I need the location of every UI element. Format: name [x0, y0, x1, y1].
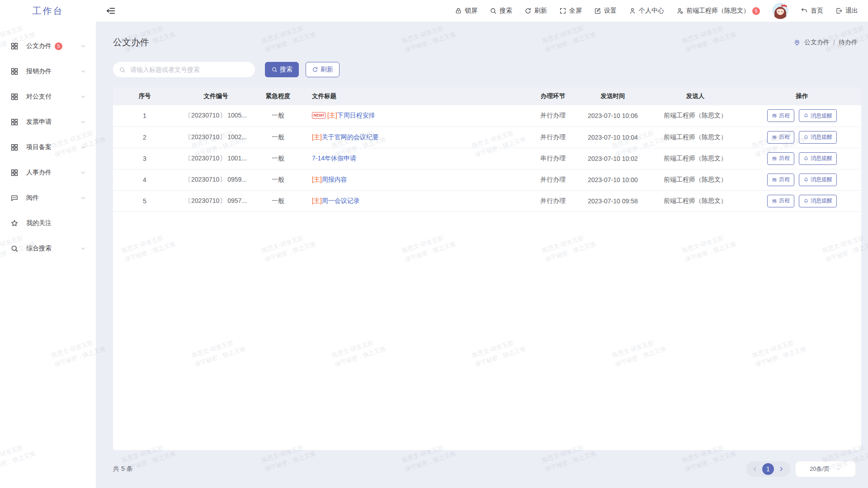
sidebar-menu: 公文办件5报销办件对公支付发票申请项目备案人事办件阅件我的关注综合搜索 [0, 22, 96, 261]
user-avatar[interactable] [772, 3, 788, 19]
document-title-link[interactable]: 周报内容 [322, 176, 347, 183]
sidebar-item-5[interactable]: 项目备案 [0, 135, 96, 160]
next-page-button[interactable] [776, 466, 786, 472]
app-logo: 工作台 [0, 0, 96, 22]
search-button[interactable]: 搜索 [265, 62, 299, 77]
grid-icon [10, 118, 19, 126]
notify-button-label: 消息提醒 [811, 112, 832, 120]
page-size-select[interactable]: 20条/页 [796, 461, 855, 477]
notify-button-label: 消息提醒 [811, 176, 832, 183]
prev-page-button[interactable] [750, 466, 760, 472]
topbar-settings-button[interactable]: 设置 [594, 7, 617, 15]
history-button-label: 历程 [779, 112, 790, 120]
sidebar: 工作台 公文办件5报销办件对公支付发票申请项目备案人事办件阅件我的关注综合搜索 [0, 0, 96, 488]
undo-icon [801, 7, 808, 14]
refresh-icon [524, 7, 532, 14]
document-title-link[interactable]: 7-14年休假申请 [312, 155, 356, 162]
column-header: 操作 [743, 87, 861, 105]
cell-sender: 前端工程师（陈思文） [648, 148, 743, 169]
notify-button[interactable]: 消息提醒 [799, 174, 837, 186]
cell-index: 2 [113, 127, 176, 148]
pager-controls: 1 20条/页 [746, 461, 855, 477]
sidebar-item-1[interactable]: 公文办件5 [0, 33, 96, 59]
breadcrumb-section[interactable]: 公文办件 [804, 38, 830, 47]
history-button[interactable]: 历程 [767, 174, 794, 186]
cell-index: 5 [113, 190, 176, 211]
sidebar-item-label: 人事办件 [26, 169, 52, 177]
search-icon [119, 66, 126, 73]
cell-sender: 前端工程师（陈思文） [648, 105, 743, 127]
notify-button[interactable]: 消息提醒 [799, 152, 837, 165]
cell-title: NEW![主]下周日程安排 [301, 105, 528, 127]
history-button[interactable]: 历程 [767, 152, 794, 165]
cell-sender: 前端工程师（陈思文） [648, 169, 743, 190]
fullscreen-icon [559, 7, 566, 14]
pager: 1 [746, 461, 790, 477]
topbar-refresh-button[interactable]: 刷新 [524, 7, 547, 15]
refresh-button[interactable]: 刷新 [306, 62, 340, 77]
column-header: 文件标题 [301, 87, 528, 105]
topbar-fullscreen-button[interactable]: 全屏 [559, 7, 582, 15]
bell-icon [803, 135, 809, 140]
sidebar-item-7[interactable]: 阅件 [0, 185, 96, 211]
topbar-search-button[interactable]: 搜索 [490, 7, 512, 15]
cell-index: 4 [113, 169, 176, 190]
sidebar-item-3[interactable]: 对公支付 [0, 84, 96, 109]
search-input[interactable] [129, 66, 249, 74]
topbar-action-label: 首页 [811, 7, 823, 15]
current-page-button[interactable]: 1 [762, 463, 774, 475]
page-head: 公文办件 公文办件 / 待办件 [113, 22, 861, 48]
column-header: 文件编号 [176, 87, 255, 105]
grid-icon [10, 143, 19, 151]
user-dot-icon [676, 7, 684, 14]
settings-icon [594, 7, 601, 14]
sidebar-item-2[interactable]: 报销办件 [0, 59, 96, 84]
main-area: 锁屏搜索刷新全屏设置个人中心前端工程师（陈思文）5首页退出 公文办件 公文办件 … [96, 0, 868, 488]
chevron-down-icon [80, 170, 86, 175]
cell-step: 并行办理 [528, 190, 578, 211]
sidebar-item-label: 阅件 [26, 194, 39, 202]
topbar-action-label: 设置 [604, 7, 617, 15]
notify-button-label: 消息提醒 [811, 197, 832, 205]
cell-actions: 历程消息提醒 [743, 169, 861, 190]
document-title-link[interactable]: 周一会议记录 [322, 197, 360, 204]
search-icon [271, 66, 278, 73]
column-header: 发送时间 [578, 87, 648, 105]
cell-index: 3 [113, 148, 176, 169]
cell-actions: 历程消息提醒 [743, 190, 861, 211]
topbar-home-button[interactable]: 首页 [801, 7, 823, 15]
toolbar: 搜索 刷新 [113, 62, 861, 77]
cell-actions: 历程消息提醒 [743, 148, 861, 169]
sidebar-item-6[interactable]: 人事办件 [0, 160, 96, 185]
user-menu[interactable]: 前端工程师（陈思文）5 [676, 7, 760, 15]
table-row: 4〔20230710〕 0959...一般[主]周报内容并行办理2023-07-… [113, 169, 861, 190]
app-root: 工作台 公文办件5报销办件对公支付发票申请项目备案人事办件阅件我的关注综合搜索 … [0, 0, 868, 488]
history-button[interactable]: 历程 [767, 195, 794, 207]
topbar-profile-button[interactable]: 个人中心 [629, 7, 664, 15]
cell-step: 并行办理 [528, 127, 578, 148]
topbar-lock-button[interactable]: 锁屏 [455, 7, 477, 15]
chevron-down-icon [80, 69, 86, 74]
cell-send-time: 2023-07-10 10:04 [578, 127, 648, 148]
table-row: 2〔20230710〕 1002...一般[主]关于官网的会议纪要并行办理202… [113, 127, 861, 148]
sidebar-item-label: 公文办件 [26, 42, 52, 50]
history-button[interactable]: 历程 [767, 131, 794, 144]
sidebar-item-label: 项目备案 [26, 143, 52, 151]
grid-icon [10, 67, 19, 75]
collapse-sidebar-icon[interactable] [106, 6, 116, 16]
cell-step: 串行办理 [528, 148, 578, 169]
sidebar-item-label: 报销办件 [26, 67, 52, 75]
topbar: 锁屏搜索刷新全屏设置个人中心前端工程师（陈思文）5首页退出 [96, 0, 868, 22]
sidebar-item-4[interactable]: 发票申请 [0, 109, 96, 135]
sidebar-item-8[interactable]: 我的关注 [0, 211, 96, 236]
document-title-link[interactable]: 关于官网的会议纪要 [322, 133, 379, 141]
cell-urgency: 一般 [255, 148, 301, 169]
notify-button[interactable]: 消息提醒 [799, 131, 837, 144]
notify-button[interactable]: 消息提醒 [799, 109, 837, 122]
notify-button[interactable]: 消息提醒 [799, 195, 837, 207]
document-title-link[interactable]: 下周日程安排 [337, 112, 375, 119]
topbar-logout-button[interactable]: 退出 [835, 7, 858, 15]
history-button[interactable]: 历程 [767, 109, 794, 122]
star-icon [10, 219, 19, 227]
sidebar-item-9[interactable]: 综合搜索 [0, 236, 96, 261]
